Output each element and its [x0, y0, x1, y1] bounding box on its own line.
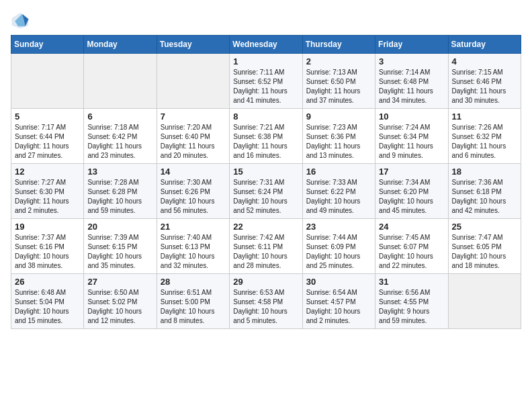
day-info: Sunrise: 7:44 AM Sunset: 6:09 PM Dayligh… [306, 233, 371, 271]
day-number: 18 [452, 167, 517, 177]
day-info: Sunrise: 6:51 AM Sunset: 5:00 PM Dayligh… [161, 288, 226, 326]
calendar-cell: 24Sunrise: 7:45 AM Sunset: 6:07 PM Dayli… [375, 219, 448, 274]
calendar-cell: 6Sunrise: 7:18 AM Sunset: 6:42 PM Daylig… [84, 109, 157, 164]
day-info: Sunrise: 7:18 AM Sunset: 6:42 PM Dayligh… [87, 123, 152, 161]
day-number: 3 [379, 56, 444, 66]
page-header [11, 11, 521, 30]
day-info: Sunrise: 7:24 AM Sunset: 6:34 PM Dayligh… [379, 123, 444, 161]
day-info: Sunrise: 6:50 AM Sunset: 5:02 PM Dayligh… [87, 288, 152, 326]
day-number: 15 [233, 167, 298, 177]
day-number: 20 [87, 222, 152, 232]
day-info: Sunrise: 7:36 AM Sunset: 6:18 PM Dayligh… [452, 178, 517, 216]
header-day-monday: Monday [84, 36, 157, 54]
day-info: Sunrise: 7:11 AM Sunset: 6:52 PM Dayligh… [233, 68, 298, 105]
day-info: Sunrise: 6:48 AM Sunset: 5:04 PM Dayligh… [15, 288, 80, 326]
day-number: 5 [15, 111, 80, 122]
header-row: SundayMondayTuesdayWednesdayThursdayFrid… [11, 36, 521, 54]
calendar-cell: 14Sunrise: 7:30 AM Sunset: 6:26 PM Dayli… [157, 164, 229, 219]
calendar-cell: 20Sunrise: 7:39 AM Sunset: 6:15 PM Dayli… [84, 219, 157, 274]
calendar-cell: 27Sunrise: 6:50 AM Sunset: 5:02 PM Dayli… [84, 274, 157, 329]
day-number: 6 [87, 111, 152, 122]
calendar-cell: 2Sunrise: 7:13 AM Sunset: 6:50 PM Daylig… [302, 54, 375, 109]
calendar-cell: 3Sunrise: 7:14 AM Sunset: 6:48 PM Daylig… [375, 54, 448, 109]
day-info: Sunrise: 7:17 AM Sunset: 6:44 PM Dayligh… [15, 123, 80, 161]
day-number: 10 [379, 111, 444, 122]
calendar-cell: 5Sunrise: 7:17 AM Sunset: 6:44 PM Daylig… [11, 109, 84, 164]
day-number: 17 [379, 167, 444, 177]
header-day-tuesday: Tuesday [157, 36, 229, 54]
day-info: Sunrise: 7:13 AM Sunset: 6:50 PM Dayligh… [306, 68, 371, 105]
day-number: 4 [452, 56, 517, 66]
day-number: 12 [15, 167, 80, 177]
day-number: 1 [233, 56, 298, 66]
calendar-cell: 9Sunrise: 7:23 AM Sunset: 6:36 PM Daylig… [302, 109, 375, 164]
calendar-cell: 26Sunrise: 6:48 AM Sunset: 5:04 PM Dayli… [11, 274, 84, 329]
day-info: Sunrise: 7:30 AM Sunset: 6:26 PM Dayligh… [161, 178, 226, 216]
day-info: Sunrise: 7:23 AM Sunset: 6:36 PM Dayligh… [306, 123, 371, 161]
calendar-cell: 18Sunrise: 7:36 AM Sunset: 6:18 PM Dayli… [448, 164, 521, 219]
day-number: 27 [87, 277, 152, 287]
day-info: Sunrise: 7:40 AM Sunset: 6:13 PM Dayligh… [161, 233, 226, 271]
day-number: 21 [161, 222, 226, 232]
day-info: Sunrise: 7:14 AM Sunset: 6:48 PM Dayligh… [379, 68, 444, 105]
day-number: 14 [161, 167, 226, 177]
day-number: 29 [233, 277, 298, 287]
header-day-friday: Friday [375, 36, 448, 54]
day-info: Sunrise: 7:37 AM Sunset: 6:16 PM Dayligh… [15, 233, 80, 271]
day-info: Sunrise: 7:28 AM Sunset: 6:28 PM Dayligh… [87, 178, 152, 216]
calendar-cell: 25Sunrise: 7:47 AM Sunset: 6:05 PM Dayli… [448, 219, 521, 274]
calendar-cell: 29Sunrise: 6:53 AM Sunset: 4:58 PM Dayli… [230, 274, 302, 329]
day-number: 22 [233, 222, 298, 232]
week-row-2: 12Sunrise: 7:27 AM Sunset: 6:30 PM Dayli… [11, 164, 521, 219]
calendar-cell: 10Sunrise: 7:24 AM Sunset: 6:34 PM Dayli… [375, 109, 448, 164]
calendar-cell [448, 274, 521, 329]
day-number: 26 [15, 277, 80, 287]
day-info: Sunrise: 7:21 AM Sunset: 6:38 PM Dayligh… [233, 123, 298, 161]
calendar-cell: 17Sunrise: 7:34 AM Sunset: 6:20 PM Dayli… [375, 164, 448, 219]
day-number: 28 [161, 277, 226, 287]
day-number: 9 [306, 111, 371, 122]
calendar-cell: 16Sunrise: 7:33 AM Sunset: 6:22 PM Dayli… [302, 164, 375, 219]
day-info: Sunrise: 6:53 AM Sunset: 4:58 PM Dayligh… [233, 288, 298, 326]
day-number: 11 [452, 111, 517, 122]
week-row-4: 26Sunrise: 6:48 AM Sunset: 5:04 PM Dayli… [11, 274, 521, 329]
calendar-cell: 7Sunrise: 7:20 AM Sunset: 6:40 PM Daylig… [157, 109, 229, 164]
day-info: Sunrise: 7:15 AM Sunset: 6:46 PM Dayligh… [452, 68, 517, 105]
calendar-cell: 22Sunrise: 7:42 AM Sunset: 6:11 PM Dayli… [230, 219, 302, 274]
day-number: 23 [306, 222, 371, 232]
calendar-cell: 28Sunrise: 6:51 AM Sunset: 5:00 PM Dayli… [157, 274, 229, 329]
day-number: 8 [233, 111, 298, 122]
calendar-header: SundayMondayTuesdayWednesdayThursdayFrid… [11, 36, 521, 54]
day-info: Sunrise: 7:34 AM Sunset: 6:20 PM Dayligh… [379, 178, 444, 216]
logo [11, 11, 32, 30]
header-day-wednesday: Wednesday [230, 36, 302, 54]
week-row-3: 19Sunrise: 7:37 AM Sunset: 6:16 PM Dayli… [11, 219, 521, 274]
header-day-thursday: Thursday [302, 36, 375, 54]
calendar-cell [11, 54, 84, 109]
calendar-table: SundayMondayTuesdayWednesdayThursdayFrid… [11, 35, 521, 329]
calendar-cell: 11Sunrise: 7:26 AM Sunset: 6:32 PM Dayli… [448, 109, 521, 164]
calendar-body: 1Sunrise: 7:11 AM Sunset: 6:52 PM Daylig… [11, 54, 521, 329]
calendar-cell: 30Sunrise: 6:54 AM Sunset: 4:57 PM Dayli… [302, 274, 375, 329]
day-info: Sunrise: 7:26 AM Sunset: 6:32 PM Dayligh… [452, 123, 517, 161]
day-info: Sunrise: 6:54 AM Sunset: 4:57 PM Dayligh… [306, 288, 371, 326]
week-row-0: 1Sunrise: 7:11 AM Sunset: 6:52 PM Daylig… [11, 54, 521, 109]
day-info: Sunrise: 7:47 AM Sunset: 6:05 PM Dayligh… [452, 233, 517, 271]
header-day-saturday: Saturday [448, 36, 521, 54]
day-info: Sunrise: 7:45 AM Sunset: 6:07 PM Dayligh… [379, 233, 444, 271]
calendar-cell: 1Sunrise: 7:11 AM Sunset: 6:52 PM Daylig… [230, 54, 302, 109]
calendar-cell: 12Sunrise: 7:27 AM Sunset: 6:30 PM Dayli… [11, 164, 84, 219]
header-day-sunday: Sunday [11, 36, 84, 54]
day-number: 16 [306, 167, 371, 177]
day-info: Sunrise: 7:20 AM Sunset: 6:40 PM Dayligh… [161, 123, 226, 161]
day-info: Sunrise: 7:42 AM Sunset: 6:11 PM Dayligh… [233, 233, 298, 271]
calendar-cell [157, 54, 229, 109]
calendar-cell: 15Sunrise: 7:31 AM Sunset: 6:24 PM Dayli… [230, 164, 302, 219]
day-info: Sunrise: 7:31 AM Sunset: 6:24 PM Dayligh… [233, 178, 298, 216]
calendar-cell [84, 54, 157, 109]
day-number: 25 [452, 222, 517, 232]
week-row-1: 5Sunrise: 7:17 AM Sunset: 6:44 PM Daylig… [11, 109, 521, 164]
day-info: Sunrise: 7:33 AM Sunset: 6:22 PM Dayligh… [306, 178, 371, 216]
day-info: Sunrise: 6:56 AM Sunset: 4:55 PM Dayligh… [379, 288, 444, 326]
calendar-cell: 13Sunrise: 7:28 AM Sunset: 6:28 PM Dayli… [84, 164, 157, 219]
